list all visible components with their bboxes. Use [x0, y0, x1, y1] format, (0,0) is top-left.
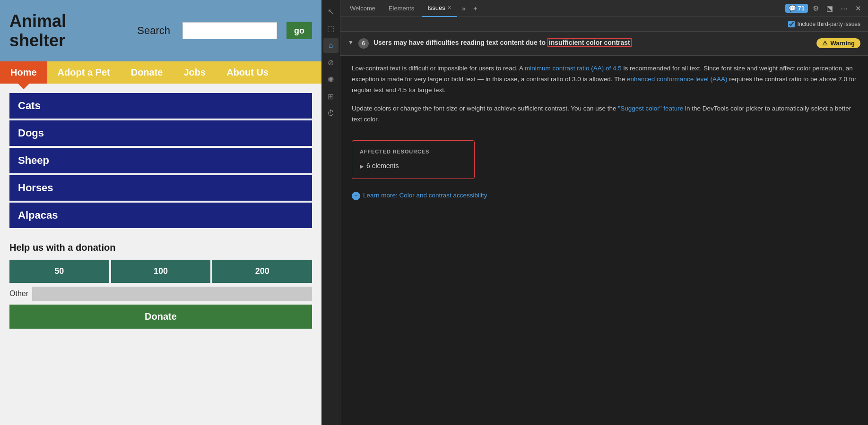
website-panel: Animal shelter Search go Home Adopt a Pe…	[0, 0, 321, 425]
animal-item-sheep[interactable]: Sheep	[9, 148, 312, 173]
contrast-ratio-link[interactable]: minimum contrast ratio (AA) of 4.5	[525, 65, 622, 72]
tab-welcome-label: Welcome	[350, 5, 375, 12]
donation-btn-50[interactable]: 50	[9, 260, 109, 283]
tab-issues-close-icon[interactable]: ✕	[447, 5, 451, 11]
issue-title: Users may have difficulties reading text…	[373, 38, 812, 48]
main-content: Cats Dogs Sheep Horses Alpacas Help us w…	[0, 84, 321, 425]
devtools-body: Include third-party issues ▼ 6 Users may…	[340, 17, 868, 425]
cursor-tool-icon[interactable]: ↖	[323, 4, 339, 19]
tab-issues[interactable]: Issues ✕	[422, 0, 457, 17]
new-tab-icon[interactable]: +	[470, 2, 480, 14]
learn-more-arrow-icon: →	[352, 192, 360, 200]
other-amount-input[interactable]	[32, 287, 312, 301]
issue-body-text-4: Update colors or change the font size or…	[352, 105, 618, 112]
animal-item-cats[interactable]: Cats	[9, 93, 312, 119]
animal-item-dogs[interactable]: Dogs	[9, 120, 312, 146]
nav-item-donate[interactable]: Donate	[121, 61, 174, 84]
elements-expand-icon: ▶	[360, 162, 364, 171]
devtools-content: Welcome Elements Issues ✕ » + 💬 71 ⚙ ⬔ ⋯…	[340, 0, 868, 425]
issue-row: ▼ 6 Users may have difficulties reading …	[340, 32, 868, 56]
issue-title-text: Users may have difficulties reading text…	[373, 39, 547, 46]
other-label: Other	[9, 289, 28, 298]
affected-resources-title: AFFECTED RESOURCES	[360, 147, 467, 156]
warning-label: Warning	[830, 40, 855, 47]
donation-btn-200[interactable]: 200	[212, 260, 312, 283]
aaa-conformance-link[interactable]: enhanced conformance level (AAA)	[627, 76, 727, 83]
other-row: Other	[9, 287, 312, 301]
close-devtools-icon[interactable]: ✕	[852, 2, 864, 15]
donation-btn-100[interactable]: 100	[111, 260, 211, 283]
devtools-toolbar: Welcome Elements Issues ✕ » + 💬 71 ⚙ ⬔ ⋯…	[340, 0, 868, 17]
issue-body-text-1: Low-contrast text is difficult or imposs…	[352, 65, 525, 72]
learn-more-link[interactable]: → Learn more: Color and contrast accessi…	[352, 190, 857, 201]
affected-elements-toggle[interactable]: ▶ 6 elements	[360, 161, 467, 172]
inspect-tool-icon[interactable]: ⬚	[323, 21, 339, 36]
donate-submit-button[interactable]: Donate	[9, 305, 312, 329]
issues-count-badge[interactable]: 💬 71	[785, 4, 808, 13]
nav-item-jobs[interactable]: Jobs	[174, 61, 217, 84]
nav-item-about[interactable]: About Us	[216, 61, 279, 84]
devtools-sidebar: ↖ ⬚ ⌂ ⊘ ✺ ⊞ ⏱	[321, 0, 340, 425]
devtools-panel: Welcome Elements Issues ✕ » + 💬 71 ⚙ ⬔ ⋯…	[321, 0, 868, 425]
go-button[interactable]: go	[286, 22, 312, 39]
no-entry-icon[interactable]: ⊘	[323, 55, 339, 70]
issue-title-highlight: insufficient color contrast	[547, 38, 632, 47]
warning-triangle-icon: ⚠	[822, 40, 828, 47]
dock-icon[interactable]: ⬔	[824, 2, 836, 15]
tab-issues-label: Issues	[427, 4, 445, 11]
issue-description-p1: Low-contrast text is difficult or imposs…	[352, 63, 857, 96]
debug-icon[interactable]: ✺	[323, 72, 339, 87]
donation-amounts: 50 100 200	[9, 260, 312, 283]
affected-resources-box: AFFECTED RESOURCES ▶ 6 elements	[352, 140, 475, 179]
nav-item-adopt[interactable]: Adopt a Pet	[47, 61, 121, 84]
badge-chat-icon: 💬	[789, 5, 796, 12]
tab-elements-label: Elements	[389, 5, 414, 12]
timer-icon[interactable]: ⏱	[323, 106, 339, 121]
search-input[interactable]	[182, 22, 277, 39]
learn-more-text: Learn more: Color and contrast accessibi…	[363, 190, 487, 201]
tab-welcome[interactable]: Welcome	[344, 0, 381, 17]
more-tabs-icon[interactable]: »	[459, 2, 469, 14]
home-tool-icon[interactable]: ⌂	[323, 38, 339, 53]
sources-icon[interactable]: ⊞	[323, 89, 339, 104]
warning-badge: ⚠ Warning	[816, 38, 860, 48]
badge-count: 71	[798, 5, 805, 12]
site-header: Animal shelter Search go	[0, 0, 321, 61]
issue-description-p2: Update colors or change the font size or…	[352, 103, 857, 125]
search-label: Search	[137, 25, 170, 37]
animal-item-alpacas[interactable]: Alpacas	[9, 203, 312, 228]
site-title: Animal shelter	[9, 11, 118, 51]
issues-panel: ▼ 6 Users may have difficulties reading …	[340, 32, 868, 209]
issue-body: Low-contrast text is difficult or imposs…	[340, 56, 868, 209]
include-third-party-label[interactable]: Include third-party issues	[798, 21, 860, 27]
include-third-party-row: Include third-party issues	[340, 17, 868, 32]
nav-bar: Home Adopt a Pet Donate Jobs About Us	[0, 61, 321, 84]
tab-elements[interactable]: Elements	[383, 0, 420, 17]
issue-toggle-icon[interactable]: ▼	[348, 38, 354, 46]
nav-item-home[interactable]: Home	[0, 61, 47, 84]
more-options-icon[interactable]: ⋯	[838, 2, 851, 15]
suggest-color-link[interactable]: "Suggest color" feature	[618, 105, 683, 112]
include-third-party-checkbox[interactable]	[788, 21, 795, 27]
donation-title: Help us with a donation	[9, 242, 312, 253]
settings-icon[interactable]: ⚙	[810, 2, 822, 15]
animal-item-horses[interactable]: Horses	[9, 175, 312, 201]
donation-section: Help us with a donation 50 100 200 Other…	[9, 242, 312, 329]
animal-list: Cats Dogs Sheep Horses Alpacas	[9, 93, 312, 228]
elements-count: 6 elements	[366, 161, 399, 172]
issue-count-badge: 6	[358, 38, 369, 49]
